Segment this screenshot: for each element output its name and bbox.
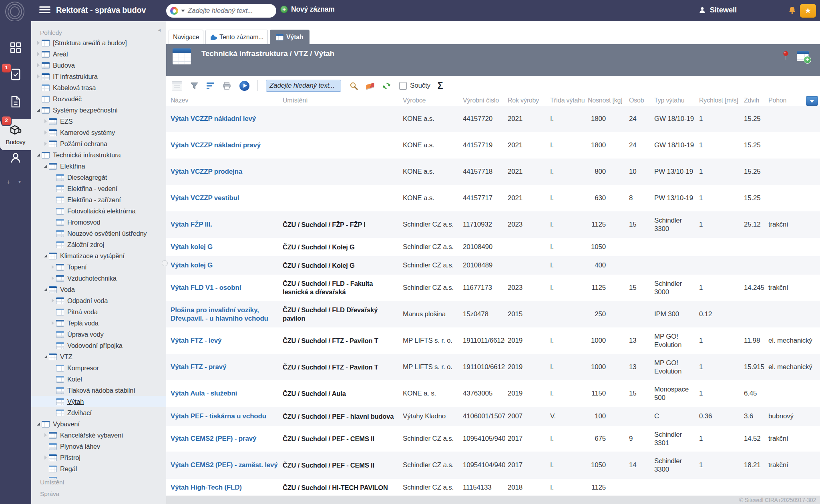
bell-icon[interactable] [788, 6, 797, 16]
tree-item[interactable]: Kabelová trasa [31, 82, 166, 93]
totals-checkbox[interactable] [399, 82, 407, 90]
tree-item[interactable]: Elektřina [31, 161, 166, 172]
sum-icon[interactable]: Σ [438, 80, 443, 91]
refresh-icon[interactable] [382, 81, 391, 90]
section-admin[interactable]: Správa [40, 490, 59, 498]
cell-name[interactable]: Výtah CEMS2 (PEF) - pravý [168, 434, 280, 444]
tree-item[interactable]: Elektřina - vedení [31, 183, 166, 194]
expand-closed-icon[interactable] [52, 276, 54, 280]
section-location[interactable]: Umístění [40, 479, 64, 486]
new-record-button[interactable]: + Nový záznam [280, 5, 335, 14]
caret-down-icon[interactable] [181, 10, 185, 12]
expand-open-icon[interactable] [37, 153, 40, 157]
column-header[interactable]: Rok výroby [505, 97, 548, 104]
table-row[interactable]: Výtah VCZZP prodejnaKONE a.s.44157718202… [166, 159, 820, 185]
cell-name[interactable]: Výtah FŽP III. [168, 219, 280, 229]
table-row[interactable]: Výtah Aula - služebníČZU / Suchdol / Aul… [166, 380, 820, 407]
record-link[interactable]: Výtah CEMS2 (PEF) - pravý [171, 435, 256, 442]
table-row[interactable]: Výtah FTZ - pravýČZU / Suchdol / FTZ - P… [166, 354, 820, 380]
expand-closed-icon[interactable] [37, 52, 40, 56]
collapse-panel-icon[interactable]: ◄ [157, 28, 161, 32]
table-row[interactable]: Plošina pro invalidní vozíky, Dřev.pavil… [166, 301, 820, 327]
cell-name[interactable]: Výtah Aula - služební [168, 388, 280, 398]
tree-item[interactable]: Úprava vody [31, 329, 166, 340]
filter-icon[interactable] [190, 82, 199, 90]
tree-item[interactable]: Záložní zdroj [31, 239, 166, 250]
expand-closed-icon[interactable] [44, 456, 47, 460]
tree-item[interactable]: Pitná voda [31, 306, 166, 317]
record-link[interactable]: Plošina pro invalidní vozíky, Dřev.pavil… [171, 306, 268, 322]
cell-name[interactable]: Výtah PEF - tiskárna u vchodu [168, 411, 280, 421]
column-header[interactable]: Název [168, 97, 280, 104]
cell-name[interactable]: Výtah FLD V1 - osobní [168, 283, 280, 293]
tree-item[interactable]: Kancelářské vybavení [31, 430, 166, 441]
tree-item[interactable]: Vzduchotechnika [31, 273, 166, 284]
tree-item[interactable]: Regál [31, 463, 166, 474]
panel-resize-handle[interactable] [162, 260, 168, 266]
sort-icon[interactable] [207, 82, 214, 89]
tree-item[interactable]: Dieselagregát [31, 172, 166, 183]
tree-item[interactable]: [Struktura areálů a budov] [31, 37, 166, 48]
cell-name[interactable]: Výtah VCZZP nákladní levý [168, 114, 280, 124]
cell-name[interactable]: Výtah kolej G [168, 242, 280, 252]
add-table-record-icon[interactable] [797, 51, 809, 63]
record-link[interactable]: Výtah VCZZP prodejna [171, 168, 242, 175]
table-row[interactable]: Výtah kolej GČZU / Suchdol / Kolej GSchi… [166, 256, 820, 275]
tree-item[interactable]: Zdvihací [31, 407, 166, 418]
tab-v-tah[interactable]: Výtah [270, 30, 310, 44]
cell-name[interactable]: Výtah VCZZP nákladní pravý [168, 140, 280, 150]
expand-closed-icon[interactable] [44, 142, 47, 146]
cell-name[interactable]: Výtah FTZ - pravý [168, 362, 280, 372]
tree-item[interactable]: Systémy bezpečnostní [31, 104, 166, 116]
record-link[interactable]: Výtah kolej G [171, 243, 213, 251]
table-row[interactable]: Výtah FTZ - levýČZU / Suchdol / FTZ - Pa… [166, 327, 820, 354]
column-header[interactable]: Výrobní číslo [460, 97, 505, 104]
cell-name[interactable]: Výtah High-Tech (FLD) [168, 482, 280, 492]
cell-name[interactable]: Výtah kolej G [168, 260, 280, 270]
cell-name[interactable]: Výtah FTZ - levý [168, 335, 280, 345]
eraser-icon[interactable] [366, 84, 374, 88]
tree-item[interactable]: Přístroj [31, 452, 166, 463]
magnifier-icon[interactable] [349, 81, 358, 90]
record-link[interactable]: Výtah FLD V1 - osobní [171, 284, 241, 291]
tree-item[interactable]: VTZ [31, 351, 166, 362]
tree-item[interactable]: Fotovoltaická elektrárna [31, 205, 166, 217]
tree-item[interactable]: IT infrastruktura [31, 71, 166, 82]
tree-item[interactable]: Vodovodní přípojka [31, 340, 166, 351]
tree-item[interactable]: Kamerové systémy [31, 127, 166, 138]
tree-item[interactable]: Budova [31, 60, 166, 71]
column-header[interactable]: Nosnost [kg] [585, 97, 627, 104]
tree-item[interactable]: Areál [31, 48, 166, 60]
tree-item[interactable]: Elektřina - zařízení [31, 194, 166, 205]
expand-closed-icon[interactable] [37, 63, 40, 67]
record-link[interactable]: Výtah FŽP III. [171, 221, 212, 228]
expand-open-icon[interactable] [44, 254, 47, 257]
column-header[interactable]: Osob [627, 97, 652, 104]
pin-icon[interactable] [782, 50, 790, 62]
tree-item[interactable]: Voda [31, 284, 166, 295]
rail-dashboard-button[interactable] [0, 42, 31, 54]
tree-item[interactable]: Výtah [31, 396, 166, 407]
tree-item[interactable]: Tlaková nádoba stabilní [31, 385, 166, 396]
expand-closed-icon[interactable] [44, 119, 47, 123]
record-link[interactable]: Výtah FTZ - levý [171, 337, 221, 344]
column-header[interactable]: Výrobce [400, 97, 460, 104]
menu-icon[interactable] [39, 6, 50, 15]
cell-name[interactable]: Výtah VCZZP prodejna [168, 167, 280, 177]
table-row[interactable]: Výtah FŽP III.ČZU / Suchdol / FŽP - FŽP … [166, 211, 820, 238]
rail-add-button[interactable]: + [6, 178, 10, 186]
table-row[interactable]: Výtah PEF - tiskárna u vchoduČZU / Suchd… [166, 407, 820, 426]
tree-item[interactable]: Vybavení [31, 418, 166, 430]
record-link[interactable]: Výtah CEMS2 (PEF) - zaměst. levý [171, 461, 278, 469]
print-icon[interactable] [222, 81, 231, 90]
column-header[interactable]: Zdvih [742, 97, 766, 104]
column-menu-button[interactable] [806, 96, 818, 106]
tree-item[interactable]: Technická infrastruktura [31, 149, 166, 161]
favorites-button[interactable]: ★ [800, 4, 816, 18]
record-link[interactable]: Výtah FTZ - pravý [171, 363, 226, 371]
user-menu[interactable]: Sitewell [698, 6, 737, 14]
expand-open-icon[interactable] [37, 422, 40, 426]
table-row[interactable]: Výtah High-Tech (FLD)ČZU / Suchdol / HI-… [166, 479, 820, 496]
table-row[interactable]: Výtah VCZZP nákladní pravýKONE a.s.44157… [166, 132, 820, 159]
record-link[interactable]: Výtah VCZZP nákladní pravý [171, 141, 261, 149]
